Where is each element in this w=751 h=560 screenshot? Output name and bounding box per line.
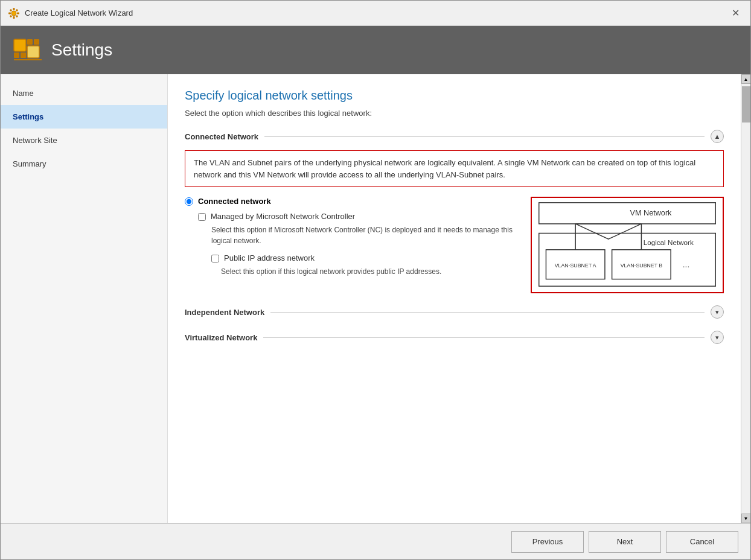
checkbox-public-ip-row: Public IP address network <box>211 253 521 262</box>
svg-rect-11 <box>21 52 26 58</box>
connected-network-description: The VLAN and Subnet pairs of the underly… <box>185 150 724 187</box>
connected-network-section: Connected Network ▲ The VLAN and Subnet … <box>185 130 724 293</box>
title-bar-left: Create Logical Network Wizard <box>8 7 133 19</box>
connected-network-left: Connected network Managed by Microsoft N… <box>185 197 521 277</box>
connected-network-divider <box>264 136 705 137</box>
header-title: Settings <box>51 40 112 60</box>
scrollbar-down-button[interactable]: ▼ <box>741 514 751 523</box>
svg-rect-16 <box>539 203 716 224</box>
dialog-window: Create Logical Network Wizard ✕ Settings… <box>0 0 751 560</box>
independent-network-toggle[interactable]: ▾ <box>711 305 724 319</box>
svg-rect-14 <box>27 46 39 58</box>
subnet-a-label: VLAN-SUBNET A <box>555 262 596 269</box>
svg-rect-13 <box>34 39 39 45</box>
svg-rect-1 <box>13 8 15 10</box>
wizard-icon <box>8 7 20 19</box>
independent-network-section: Independent Network ▾ <box>185 305 724 319</box>
sidebar: Name Settings Network Site Summary <box>1 74 168 523</box>
settings-icon <box>13 36 42 65</box>
window-title: Create Logical Network Wizard <box>25 8 133 18</box>
title-bar: Create Logical Network Wizard ✕ <box>1 1 750 26</box>
virtualized-network-section: Virtualized Network ▾ <box>185 331 724 344</box>
checkbox-managed-row: Managed by Microsoft Network Controller <box>198 212 521 221</box>
radio-connected-input[interactable] <box>185 197 193 206</box>
previous-button[interactable]: Previous <box>511 531 584 553</box>
independent-network-header: Independent Network ▾ <box>185 305 724 319</box>
content-subtitle: Select the option which describes this l… <box>185 109 724 118</box>
radio-connected-label[interactable]: Connected network <box>198 197 271 206</box>
header-band: Settings <box>1 26 750 74</box>
connected-network-toggle[interactable]: ▲ <box>711 130 724 143</box>
independent-network-title: Independent Network <box>185 308 264 317</box>
svg-rect-5 <box>10 8 12 11</box>
svg-rect-2 <box>13 16 15 19</box>
checkbox-public-ip-label: Public IP address network <box>224 253 315 262</box>
radio-connected-network[interactable]: Connected network <box>185 197 521 206</box>
close-button[interactable]: ✕ <box>727 5 743 21</box>
scrollbar-thumb[interactable] <box>742 86 750 122</box>
checkbox-managed-nc[interactable] <box>198 213 206 221</box>
content-title: Specify logical network settings <box>185 89 724 103</box>
network-diagram: VM Network Logical Network VLAN-SUBNET A… <box>531 197 724 293</box>
checkbox-managed-label: Managed by Microsoft Network Controller <box>211 212 355 221</box>
svg-rect-6 <box>16 8 18 11</box>
footer: Previous Next Cancel <box>1 523 750 559</box>
independent-network-divider <box>270 312 705 313</box>
sidebar-item-summary[interactable]: Summary <box>1 152 167 176</box>
svg-rect-9 <box>14 39 26 51</box>
svg-point-0 <box>11 11 16 16</box>
svg-rect-10 <box>14 52 19 58</box>
connected-network-header: Connected Network ▲ <box>185 130 724 143</box>
checkbox-managed-desc: Select this option if Microsoft Network … <box>211 226 513 245</box>
connected-network-content: Connected network Managed by Microsoft N… <box>185 197 724 293</box>
ellipsis-label: ... <box>683 260 689 269</box>
vm-network-label: VM Network <box>630 209 673 217</box>
sidebar-item-settings[interactable]: Settings <box>1 105 167 129</box>
subnet-b-label: VLAN-SUBNET B <box>621 262 663 269</box>
logical-network-label: Logical Network <box>644 238 694 246</box>
virtualized-network-toggle[interactable]: ▾ <box>711 331 724 344</box>
svg-rect-3 <box>8 12 11 14</box>
virtualized-network-header: Virtualized Network ▾ <box>185 331 724 344</box>
next-button[interactable]: Next <box>589 531 661 553</box>
connected-network-title: Connected Network <box>185 132 258 141</box>
svg-rect-7 <box>10 14 12 17</box>
scrollbar-track: ▲ ▼ <box>741 74 750 523</box>
virtualized-network-title: Virtualized Network <box>185 333 257 342</box>
diagram-svg: VM Network Logical Network VLAN-SUBNET A… <box>532 198 723 292</box>
sidebar-item-network-site[interactable]: Network Site <box>1 129 167 152</box>
svg-rect-8 <box>16 14 18 17</box>
main-area: Name Settings Network Site Summary Speci… <box>1 74 750 523</box>
cancel-button[interactable]: Cancel <box>666 531 738 553</box>
sidebar-item-name[interactable]: Name <box>1 81 167 105</box>
virtualized-network-divider <box>263 337 705 338</box>
checkbox-public-ip[interactable] <box>211 255 219 262</box>
svg-rect-4 <box>17 12 19 14</box>
scrollbar-up-button[interactable]: ▲ <box>741 74 751 84</box>
svg-rect-12 <box>27 39 33 45</box>
content-area: Specify logical network settings Select … <box>168 74 741 523</box>
checkbox-public-ip-desc: Select this option if this logical netwo… <box>221 267 441 276</box>
